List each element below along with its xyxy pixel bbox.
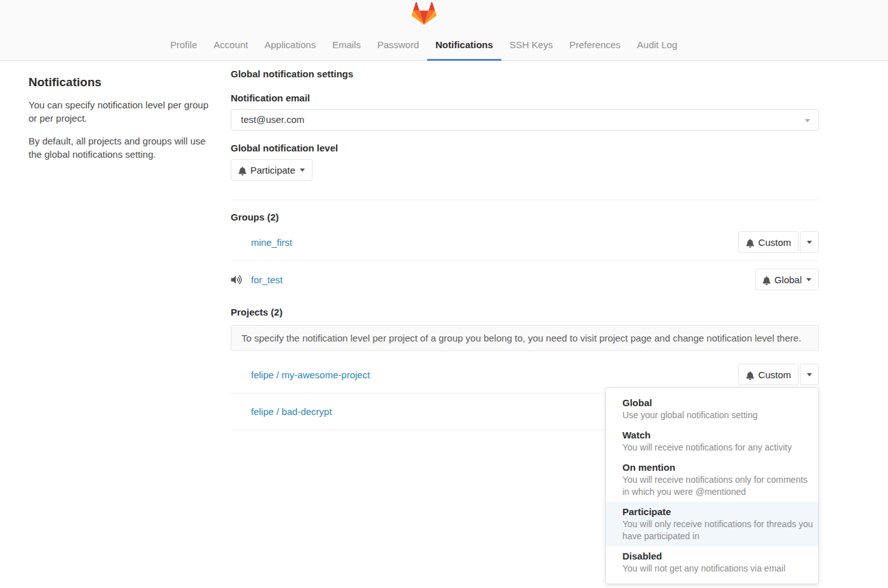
tab-preferences[interactable]: Preferences (561, 32, 629, 61)
divider (231, 200, 819, 200)
sidebar-description-1: You can specify notification level per g… (29, 98, 212, 125)
group-row-mine-first: mine_first Custom (231, 224, 819, 261)
project-level-caret-button[interactable] (800, 364, 819, 385)
dropdown-item-title: Participate (622, 506, 813, 518)
project-link-bad-decrypt[interactable]: felipe / bad-decrypt (251, 406, 332, 417)
groups-list: mine_first Custom (231, 224, 819, 298)
sidebar-description-2: By default, all projects and groups will… (29, 134, 212, 161)
group-level-button-group: Custom (738, 231, 819, 253)
group-level-caret-button[interactable] (800, 231, 819, 253)
project-link-my-awesome-project[interactable]: felipe / my-awesome-project (251, 369, 370, 380)
tab-applications[interactable]: Applications (256, 32, 324, 61)
project-level-button-my-awesome-project[interactable]: Custom (738, 364, 799, 385)
dropdown-item-description: Use your global notification setting (622, 409, 813, 421)
group-link-for-test[interactable]: for_test (251, 274, 283, 285)
notification-email-label: Notification email (231, 93, 819, 103)
dropdown-item-watch[interactable]: Watch You will receive notifications for… (606, 425, 818, 457)
bell-icon (746, 236, 754, 247)
caret-down-icon (805, 119, 810, 122)
notification-level-dropdown: Global Use your global notification sett… (605, 387, 819, 584)
dropdown-item-participate[interactable]: Participate You will only receive notifi… (606, 502, 818, 546)
dropdown-item-title: On mention (622, 461, 813, 474)
tab-profile[interactable]: Profile (162, 32, 206, 61)
project-level-button-group: Custom Global Use your global notificati… (738, 364, 819, 385)
sidebar: Notifications You can specify notificati… (29, 61, 231, 170)
caret-down-icon (300, 169, 305, 172)
tab-account[interactable]: Account (205, 32, 256, 61)
volume-up-icon (231, 275, 251, 284)
tab-emails[interactable]: Emails (324, 32, 369, 61)
tab-audit-log[interactable]: Audit Log (629, 32, 685, 61)
project-level-label: Custom (758, 369, 791, 380)
gitlab-tanuki-icon (410, 0, 438, 25)
page-title: Notifications (29, 75, 212, 89)
dropdown-item-global[interactable]: Global Use your global notification sett… (606, 393, 818, 425)
dropdown-item-description: You will only receive notifications for … (622, 518, 813, 542)
global-level-label: Global notification level (231, 143, 819, 153)
caret-down-icon (806, 278, 811, 281)
group-level-button-for-test[interactable]: Global (755, 269, 819, 290)
global-level-button-label: Participate (250, 165, 295, 176)
dropdown-item-description: You will receive notifications for any a… (622, 442, 813, 454)
header: Profile Account Applications Emails Pass… (0, 0, 888, 61)
notification-email-select[interactable]: test@user.com (231, 109, 819, 131)
group-level-label: Global (775, 274, 802, 285)
project-row-my-awesome-project: felipe / my-awesome-project Custom (231, 356, 819, 393)
group-link-mine-first[interactable]: mine_first (251, 237, 292, 248)
projects-list: felipe / my-awesome-project Custom (231, 356, 819, 430)
global-settings-title: Global notification settings (231, 68, 819, 79)
group-level-button-mine-first[interactable]: Custom (738, 231, 799, 253)
dropdown-item-title: Disabled (622, 550, 813, 563)
dropdown-item-description: You will receive notifications only for … (622, 474, 813, 498)
dropdown-item-title: Global (622, 397, 813, 409)
notification-email-value: test@user.com (241, 114, 304, 125)
group-level-label: Custom (758, 237, 791, 248)
profile-settings-nav: Profile Account Applications Emails Pass… (29, 32, 819, 61)
bell-icon (238, 164, 247, 175)
groups-heading: Groups (2) (231, 212, 819, 222)
bell-icon (763, 274, 771, 284)
tab-notifications[interactable]: Notifications (427, 32, 501, 61)
tab-password[interactable]: Password (369, 32, 427, 61)
tab-ssh-keys[interactable]: SSH Keys (501, 32, 561, 61)
caret-down-icon (807, 373, 812, 376)
dropdown-item-title: Watch (622, 429, 813, 442)
content: Notifications You can specify notificati… (29, 61, 819, 437)
notification-settings-panel: Global notification settings Notificatio… (231, 61, 819, 437)
gitlab-logo[interactable] (410, 0, 438, 25)
caret-down-icon (807, 241, 812, 244)
projects-notice: To specify the notification level per pr… (231, 325, 819, 351)
header-inner: Profile Account Applications Emails Pass… (29, 0, 819, 60)
bell-icon (746, 369, 754, 380)
projects-heading: Projects (2) (231, 307, 819, 317)
group-row-for-test: for_test Global (231, 261, 819, 298)
dropdown-item-description: You will not get any notifications via e… (622, 563, 813, 575)
dropdown-item-on-mention[interactable]: On mention You will receive notification… (606, 457, 818, 502)
dropdown-item-disabled[interactable]: Disabled You will not get any notificati… (606, 546, 818, 578)
global-level-button[interactable]: Participate (231, 159, 312, 181)
